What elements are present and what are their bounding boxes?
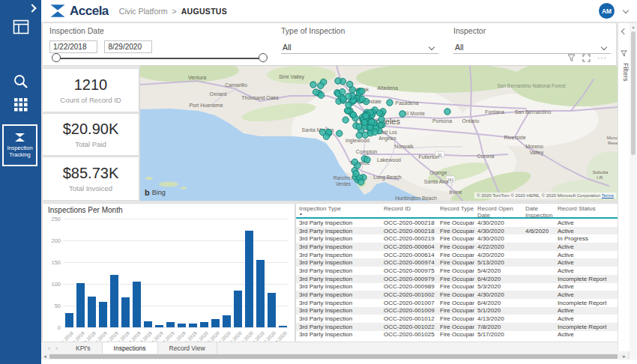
map-data-point[interactable] — [359, 96, 365, 102]
map-data-point[interactable] — [336, 130, 342, 136]
bar-mar-2019[interactable] — [99, 302, 107, 327]
bar-apr-2020[interactable] — [234, 291, 242, 327]
map-data-point[interactable] — [444, 109, 450, 115]
map-data-point[interactable] — [353, 170, 359, 176]
kpi-paid-card[interactable]: $20.90K Total Paid — [43, 114, 139, 155]
sidebar-item-dashboard[interactable] — [0, 19, 41, 34]
inspections-table[interactable]: Inspection Type▲Record IDRecord TypeReco… — [296, 204, 627, 342]
map-data-point[interactable] — [318, 82, 324, 88]
table-row[interactable]: 3rd Party InspectionOCC-2020-000218Fire … — [296, 219, 627, 227]
map-data-point[interactable] — [342, 117, 348, 123]
table-row[interactable]: 3rd Party InspectionOCC-2020-000979Fire … — [296, 275, 627, 283]
avatar-chevron-down-icon[interactable] — [623, 7, 629, 13]
map-data-point[interactable] — [335, 78, 341, 84]
hscroll-thumb[interactable] — [49, 354, 618, 359]
bar-jun-2019[interactable] — [133, 282, 141, 327]
map-data-point[interactable] — [378, 116, 384, 122]
more-options-icon[interactable]: ··· — [597, 54, 607, 62]
bar-sep-2019[interactable] — [155, 325, 163, 327]
map-visual[interactable]: 91241 VenturaCamarilloSimi ValleyOxnardT… — [140, 66, 618, 201]
filters-pane-collapsed[interactable]: Filters — [618, 23, 630, 351]
map-data-point[interactable] — [351, 159, 357, 165]
bar-feb-2019[interactable] — [88, 297, 96, 327]
table-row[interactable]: 3rd Party InspectionOCC-2020-000614Fire … — [296, 251, 627, 259]
bar-jan-2020[interactable] — [200, 322, 208, 327]
bing-map[interactable]: 91241 VenturaCamarilloSimi ValleyOxnardT… — [140, 66, 618, 201]
bar-dec-2019[interactable] — [189, 324, 197, 327]
tab-kpis[interactable]: KPI's — [64, 342, 103, 354]
tab-next-icon[interactable]: › — [55, 345, 58, 352]
map-data-point[interactable] — [349, 87, 355, 93]
map-data-point[interactable] — [387, 100, 393, 106]
page-scroll-up-icon[interactable]: ▲ — [630, 25, 637, 29]
tab-prev-icon[interactable]: ‹ — [48, 345, 50, 352]
terms-link[interactable]: Terms — [602, 193, 614, 198]
bar-dec-2018[interactable] — [65, 313, 73, 327]
column-header-record-open-date[interactable]: Record Open Date — [474, 205, 522, 219]
table-row[interactable]: 3rd Party InspectionOCC-2020-001002Fire … — [296, 291, 627, 299]
bar-jun-2020[interactable] — [256, 260, 265, 327]
map-data-point[interactable] — [363, 113, 369, 119]
map-data-point[interactable] — [372, 129, 378, 135]
type-of-inspection-dropdown[interactable]: All — [281, 40, 438, 54]
bar-mar-2020[interactable] — [223, 315, 231, 327]
breadcrumb-app[interactable]: Civic Platform — [119, 7, 168, 16]
kpi-invoiced-card[interactable]: $85.73K Total Invoiced — [43, 157, 139, 200]
sidebar-item-inspection-tracking[interactable]: Inspection Tracking — [2, 124, 37, 166]
column-header-date-inspection[interactable]: Date Inspection — [522, 205, 555, 219]
focus-mode-icon[interactable] — [582, 54, 591, 62]
map-data-point[interactable] — [376, 110, 382, 116]
map-data-point[interactable] — [345, 93, 351, 99]
inspector-dropdown[interactable]: All — [453, 40, 611, 54]
map-data-point[interactable] — [339, 88, 345, 94]
sidebar-item-apps[interactable] — [0, 97, 41, 112]
table-row[interactable]: 3rd Party InspectionOCC-2020-000975Fire … — [296, 267, 627, 275]
column-header-record-type[interactable]: Record Type — [437, 205, 474, 212]
bar-feb-2020[interactable] — [211, 319, 220, 327]
date-start-input[interactable]: 1/22/2018 — [49, 40, 97, 53]
hscroll-right-icon[interactable]: ► — [622, 354, 627, 360]
map-data-point[interactable] — [364, 157, 370, 163]
column-header-record-status[interactable]: Record Status — [555, 205, 612, 212]
bar-apr-2019[interactable] — [110, 275, 118, 327]
map-data-point[interactable] — [310, 82, 316, 88]
avatar[interactable]: AM — [599, 3, 615, 19]
map-data-point[interactable] — [361, 119, 367, 125]
bar-jul-2020[interactable] — [268, 293, 276, 327]
map-data-point[interactable] — [369, 119, 375, 125]
map-data-point[interactable] — [356, 132, 362, 138]
table-row[interactable]: 3rd Party InspectionOCC-2020-001025Fire … — [296, 331, 627, 339]
page-scrollbar[interactable]: ▲ — [630, 23, 637, 360]
table-row[interactable]: 3rd Party InspectionOCC-2020-001009Fire … — [296, 307, 627, 315]
expand-filters-icon[interactable] — [621, 28, 627, 34]
page-scroll-thumb[interactable] — [631, 31, 636, 155]
tab-record-view[interactable]: Record View — [158, 342, 217, 354]
table-row[interactable]: 3rd Party InspectionOCC-2020-001007Fire … — [296, 299, 627, 307]
table-row[interactable]: 3rd Party InspectionOCC-2020-000219Fire … — [296, 234, 627, 243]
table-row[interactable]: 3rd Party InspectionOCC-2020-000604Fire … — [296, 243, 627, 251]
filter-funnel-icon[interactable] — [567, 54, 576, 62]
slider-handle-start[interactable] — [52, 53, 61, 62]
table-row[interactable]: 3rd Party InspectionOCC-2020-000974Fire … — [296, 258, 627, 267]
bar-may-2019[interactable] — [121, 297, 130, 327]
kpi-count-card[interactable]: 1210 Count of Record ID — [43, 69, 139, 112]
table-row[interactable]: 3rd Party InspectionOCC-2020-001022Fire … — [296, 323, 627, 331]
map-data-point[interactable] — [399, 111, 405, 117]
sidebar-item-search[interactable] — [0, 73, 41, 90]
bar-jul-2019[interactable] — [144, 321, 152, 327]
map-data-point[interactable] — [358, 179, 364, 185]
column-header-record-id[interactable]: Record ID — [381, 205, 437, 212]
map-data-point[interactable] — [350, 112, 356, 118]
slider-track[interactable] — [56, 58, 263, 59]
inspections-per-month-chart[interactable]: Inspections Per Month 050100150200250Dec… — [43, 204, 295, 342]
map-data-point[interactable] — [323, 133, 329, 139]
table-row[interactable]: 3rd Party InspectionOCC-2020-000989Fire … — [296, 283, 627, 291]
tab-inspections[interactable]: Inspections — [103, 342, 158, 354]
bar-jan-2019[interactable] — [76, 283, 85, 327]
date-end-input[interactable]: 8/29/2020 — [104, 40, 152, 53]
map-data-point[interactable] — [313, 89, 318, 95]
sidebar-expand-icon[interactable] — [28, 4, 36, 12]
table-row[interactable]: 3rd Party InspectionOCC-2020-000218Fire … — [296, 227, 627, 235]
column-header-inspection-type[interactable]: Inspection Type▲ — [296, 205, 381, 215]
bar-may-2020[interactable] — [245, 231, 253, 327]
